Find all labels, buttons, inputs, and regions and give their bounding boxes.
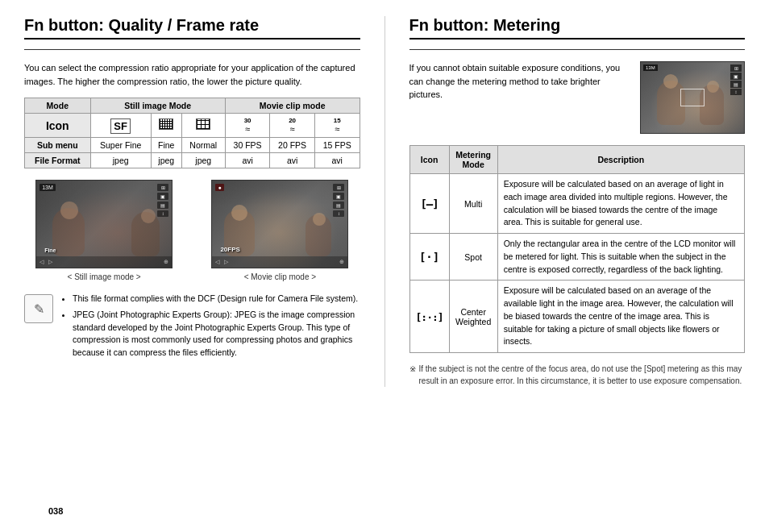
submenu-30fps: 30 FPS [225, 138, 270, 153]
note-item-2: JPEG (Joint Photographic Experts Group):… [73, 309, 360, 360]
metering-camera-screen: 13M ⊞ ▣ ▤ ↕ [640, 61, 745, 134]
metering-bar-1: ⊞ [730, 64, 742, 72]
notes-section: ✎ This file format complies with the DCF… [24, 293, 360, 363]
fileformat-label: File Format [25, 153, 91, 168]
metering-top-badge: 13M [643, 64, 658, 71]
left-divider [24, 49, 360, 50]
movie-fps-overlay: 20FPS [220, 246, 239, 253]
mode-images: 13M ⊞ ▣ ▤ ↕ Fine ◁ ▷ ⊕ [24, 180, 360, 281]
right-divider [409, 49, 746, 50]
right-column: Fn button: Metering If you cannot obtain… [409, 16, 746, 387]
format-30fps: avi [225, 153, 270, 168]
metering-row-center: [:·:] Center Weighted Exposure will be c… [409, 281, 745, 353]
metering-bracket-overlay [680, 89, 705, 106]
right-intro: If you cannot obtain suitable exposure c… [409, 61, 746, 134]
submenu-20fps: 20 FPS [270, 138, 315, 153]
format-normal: jpeg [181, 153, 225, 168]
multi-icon: [–] [409, 174, 449, 234]
movie-bottom-bar: ◁ ▷ ⊕ [212, 256, 347, 268]
metering-bar-4: ↕ [730, 89, 742, 95]
left-intro: You can select the compression ratio app… [24, 61, 360, 88]
mode-header: Mode [25, 98, 91, 114]
page-layout: Fn button: Quality / Frame rate You can … [24, 16, 745, 387]
mode-col-header: Metering Mode [449, 146, 497, 174]
desc-col-header: Description [497, 146, 744, 174]
metering-bar-3: ▤ [730, 81, 742, 88]
icon-15fps: 15 ≈ [314, 114, 360, 138]
still-right-icons: ⊞ ▣ ▤ ↕ [157, 184, 168, 217]
left-title: Fn button: Quality / Frame rate [24, 16, 360, 39]
metering-bar-2: ▣ [730, 73, 742, 80]
submenu-normal: Normal [181, 138, 225, 153]
movie-badge: ● [215, 184, 223, 191]
vertical-divider [384, 16, 385, 387]
still-icon-1: ⊞ [157, 184, 168, 191]
movie-icon-1: ⊞ [333, 184, 344, 191]
footnote: If the subject is not the centre of the … [409, 363, 746, 387]
icon-fine [151, 114, 181, 138]
format-superfine: jpeg [90, 153, 151, 168]
movie-icon-4: ↕ [333, 210, 344, 217]
spot-desc: Only the rectangular area in the centre … [497, 234, 744, 281]
still-label-overlay: Fine [44, 247, 56, 253]
submenu-label: Sub menu [25, 138, 91, 153]
still-icon-4: ↕ [157, 210, 168, 217]
submenu-fine: Fine [151, 138, 181, 153]
movie-header: Movie clip mode [225, 98, 360, 114]
left-column: Fn button: Quality / Frame rate You can … [24, 16, 360, 387]
icon-30fps: 30 ≈ [225, 114, 270, 138]
submenu-15fps: 15 FPS [314, 138, 360, 153]
note-item-1: This file format complies with the DCF (… [73, 293, 360, 305]
multi-desc: Exposure will be calculated based on an … [497, 174, 744, 234]
metering-row-spot: [·] Spot Only the rectangular area in th… [409, 234, 745, 281]
notes-icon: ✎ [34, 301, 44, 317]
still-screen-ui: 13M ⊞ ▣ ▤ ↕ [39, 184, 168, 217]
movie-camera-screen: ● ⊞ ▣ ▤ ↕ 20FPS ◁ ▷ ⊕ [211, 180, 348, 268]
still-caption: < Still image mode > [68, 272, 141, 281]
still-header: Still image Mode [90, 98, 225, 114]
submenu-superfine: Super Fine [90, 138, 151, 153]
icon-label: Icon [25, 114, 91, 138]
center-mode: Center Weighted [449, 281, 497, 353]
right-title: Fn button: Metering [409, 16, 746, 39]
still-icon-2: ▣ [157, 193, 168, 200]
format-20fps: avi [270, 153, 315, 168]
still-icon-3: ▤ [157, 202, 168, 209]
metering-row-multi: [–] Multi Exposure will be calculated ba… [409, 174, 745, 234]
format-fine: jpeg [151, 153, 181, 168]
quality-table: Mode Still image Mode Movie clip mode Ic… [24, 98, 360, 168]
format-15fps: avi [314, 153, 360, 168]
spot-mode: Spot [449, 234, 497, 281]
still-mode-image: 13M ⊞ ▣ ▤ ↕ Fine ◁ ▷ ⊕ [24, 180, 184, 281]
movie-icon-2: ▣ [333, 193, 344, 200]
icon-col-header: Icon [409, 146, 449, 174]
still-badge: 13M [39, 184, 56, 191]
movie-screen-ui: ● ⊞ ▣ ▤ ↕ [215, 184, 344, 217]
movie-icon-3: ▤ [333, 202, 344, 209]
metering-screen-bar: ⊞ ▣ ▤ ↕ [730, 64, 742, 95]
icon-normal [181, 114, 225, 138]
still-bottom-bar: ◁ ▷ ⊕ [36, 256, 172, 268]
center-icon: [:·:] [409, 281, 449, 353]
notes-list: This file format complies with the DCF (… [61, 293, 360, 363]
icon-superfine: SF [90, 114, 151, 138]
notes-icon-box: ✎ [24, 294, 53, 323]
still-camera-screen: 13M ⊞ ▣ ▤ ↕ Fine ◁ ▷ ⊕ [35, 180, 173, 268]
metering-table: Icon Metering Mode Description [–] Multi… [409, 145, 746, 353]
center-desc: Exposure will be calculated based on an … [497, 281, 744, 353]
movie-mode-image: ● ⊞ ▣ ▤ ↕ 20FPS ◁ ▷ ⊕ [200, 180, 360, 281]
multi-mode: Multi [449, 174, 497, 234]
right-intro-text: If you cannot obtain suitable exposure c… [409, 61, 631, 134]
movie-right-icons: ⊞ ▣ ▤ ↕ [333, 184, 344, 217]
icon-20fps: 20 ≈ [270, 114, 315, 138]
page-number: 038 [48, 506, 63, 516]
movie-caption: < Movie clip mode > [244, 272, 317, 281]
spot-icon: [·] [409, 234, 449, 281]
